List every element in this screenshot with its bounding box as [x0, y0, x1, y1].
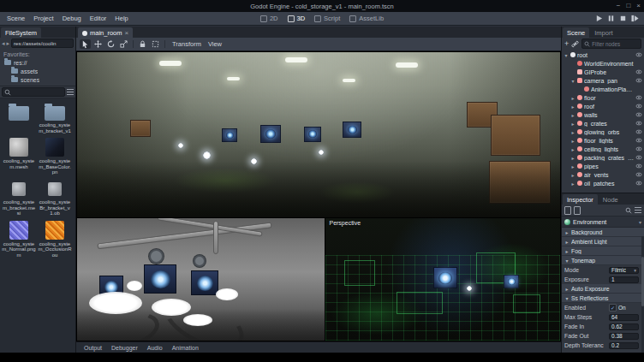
- viewport-bottom-right[interactable]: Perspective: [325, 218, 560, 341]
- stop-button[interactable]: [619, 15, 627, 22]
- scene-tree-node[interactable]: ▾ root: [562, 50, 644, 59]
- new-resource-icon[interactable]: [564, 206, 571, 215]
- pause-button[interactable]: [607, 15, 615, 22]
- lock-tool-button[interactable]: [137, 39, 148, 49]
- file-item[interactable]: cooling_syste m_bracket_v1: [37, 103, 73, 134]
- current-path-field[interactable]: res://assets/coolin: [11, 39, 74, 48]
- viewport-menu-button[interactable]: Transform: [169, 40, 205, 48]
- menubar-menu[interactable]: Debug: [58, 15, 86, 22]
- file-item[interactable]: [1, 103, 37, 134]
- inspector-menu-icon[interactable]: [635, 207, 641, 213]
- property-value[interactable]: ✓ 0.2 ▾: [609, 342, 639, 349]
- tree-expand-arrow[interactable]: ▸: [570, 138, 575, 144]
- scene-tree-node[interactable]: GIProbe: [562, 68, 644, 76]
- tree-expand-arrow[interactable]: ▸: [570, 155, 575, 161]
- scene-tree-node[interactable]: ▸ pipes: [562, 162, 644, 170]
- inspector-row[interactable]: ▸ Background ✓ ▾: [562, 228, 644, 237]
- scene-tree-node[interactable]: ▸ packing_crates_and: [562, 153, 644, 162]
- tree-expand-arrow[interactable]: ▸: [570, 121, 575, 127]
- group-tool-button[interactable]: [150, 39, 161, 49]
- history-forward-icon[interactable]: ▸: [7, 40, 10, 47]
- scale-tool-button[interactable]: [118, 39, 129, 49]
- tree-expand-arrow[interactable]: ▸: [570, 163, 575, 169]
- instance-scene-icon[interactable]: [571, 40, 579, 48]
- tree-expand-arrow[interactable]: ▸: [570, 172, 575, 178]
- folder-tree-item[interactable]: res://: [0, 58, 75, 67]
- property-value[interactable]: ✓ 64 ▾: [609, 314, 639, 321]
- filter-nodes-input[interactable]: [592, 41, 639, 47]
- visibility-eye-icon[interactable]: [635, 180, 642, 187]
- maximize-button[interactable]: □: [626, 3, 630, 9]
- file-item[interactable]: cooling_syste m_Normal.pngm: [1, 221, 37, 258]
- folder-tree-item[interactable]: assets: [0, 67, 75, 75]
- visibility-eye-icon[interactable]: [635, 68, 642, 75]
- property-value[interactable]: ✓ 0.38 ▾: [609, 333, 639, 340]
- viewport-top[interactable]: [77, 52, 560, 217]
- scene-tree-node[interactable]: ▸ walls: [562, 110, 644, 119]
- close-button[interactable]: ×: [636, 3, 641, 9]
- property-value[interactable]: ✓ On ▾: [609, 304, 639, 312]
- folder-tree-item[interactable]: scenes: [0, 75, 75, 84]
- visibility-eye-icon[interactable]: [635, 128, 642, 135]
- visibility-eye-icon[interactable]: [635, 120, 642, 127]
- workspace-tab[interactable]: Script: [314, 15, 340, 22]
- tree-expand-arrow[interactable]: ▾: [570, 78, 575, 84]
- viewport-perspective-label[interactable]: Perspective: [329, 220, 361, 226]
- inspector-row[interactable]: ▾ Ss Reflections ✓ ▾: [562, 294, 644, 303]
- scene-tree-node[interactable]: ▸ g_crates: [562, 119, 644, 128]
- viewport-bottom-left[interactable]: [77, 218, 325, 341]
- visibility-eye-icon[interactable]: [635, 77, 642, 84]
- file-search-field[interactable]: [2, 87, 65, 97]
- scene-tree-node[interactable]: ▸ roof: [562, 102, 644, 110]
- viewport-menu-button[interactable]: View: [205, 40, 225, 48]
- scene-tree-node[interactable]: ▾ camera_pan: [562, 76, 644, 85]
- inspector-row[interactable]: Fade Out ✓ 0.38 ▾: [562, 331, 644, 341]
- load-resource-icon[interactable]: [574, 206, 581, 215]
- bottom-panel-button[interactable]: Output: [80, 345, 106, 351]
- history-back-icon[interactable]: ◂: [2, 40, 5, 47]
- rotate-tool-button[interactable]: [105, 39, 116, 49]
- workspace-tab[interactable]: AssetLib: [349, 15, 384, 22]
- sort-files-icon[interactable]: [67, 89, 74, 95]
- visibility-eye-icon[interactable]: [635, 94, 642, 101]
- bottom-panel-button[interactable]: Debugger: [107, 345, 142, 351]
- inspector-row[interactable]: Mode ✓ Filmic ▾: [562, 265, 644, 275]
- scene-tab-main-room[interactable]: main_room ×: [78, 27, 133, 38]
- search-properties-icon[interactable]: [625, 207, 632, 214]
- tree-expand-arrow[interactable]: ▾: [564, 52, 569, 58]
- inspector-row[interactable]: ▸ Ambient Light ✓ ▾: [562, 237, 644, 246]
- scene-tree-node[interactable]: AnimationPlayer: [562, 85, 644, 93]
- dock-tab[interactable]: Node: [599, 194, 623, 205]
- workspace-tab[interactable]: 3D: [288, 15, 306, 22]
- property-value[interactable]: ✓ 0.62 ▾: [609, 323, 639, 330]
- menubar-menu[interactable]: Project: [29, 15, 57, 22]
- inspector-row[interactable]: ▸ Fog ✓ ▾: [562, 246, 644, 256]
- menubar-menu[interactable]: Editor: [86, 15, 111, 22]
- dock-tab[interactable]: Inspector: [563, 194, 598, 205]
- inspector-row[interactable]: ▾ Tonemap ✓ ▾: [562, 256, 644, 265]
- play-button[interactable]: [595, 15, 603, 22]
- property-value[interactable]: ✓ 1 ▾: [609, 276, 639, 283]
- dock-tab[interactable]: Import: [590, 27, 617, 38]
- tree-expand-arrow[interactable]: ▸: [570, 146, 575, 152]
- file-item[interactable]: cooling_syste m_OcclusionRou: [37, 221, 73, 258]
- workspace-tab[interactable]: 2D: [260, 15, 278, 22]
- play-scene-button[interactable]: [631, 15, 639, 22]
- visibility-eye-icon[interactable]: [635, 111, 642, 118]
- scene-tree-node[interactable]: ▸ floor: [562, 93, 644, 102]
- resource-dropdown-arrow[interactable]: ▾: [639, 219, 641, 225]
- inspector-row[interactable]: ▸ Auto Exposure ✓ ▾: [562, 284, 644, 294]
- property-value[interactable]: ✓ Filmic ▾: [609, 267, 639, 274]
- file-item[interactable]: cooling_syste m.mesh: [1, 138, 37, 175]
- select-tool-button[interactable]: [80, 39, 91, 49]
- visibility-eye-icon[interactable]: [635, 51, 642, 58]
- visibility-eye-icon[interactable]: [635, 137, 642, 144]
- add-node-button[interactable]: +: [564, 40, 569, 48]
- bottom-panel-button[interactable]: Audio: [143, 345, 167, 351]
- file-search-input[interactable]: [13, 89, 63, 95]
- visibility-eye-icon[interactable]: [635, 103, 642, 110]
- tree-expand-arrow[interactable]: ▸: [570, 112, 575, 118]
- tree-expand-arrow[interactable]: ▸: [570, 129, 575, 135]
- tab-filesystem[interactable]: FileSystem: [1, 27, 41, 38]
- scene-tree-node[interactable]: ▸ oil_patches: [562, 179, 644, 187]
